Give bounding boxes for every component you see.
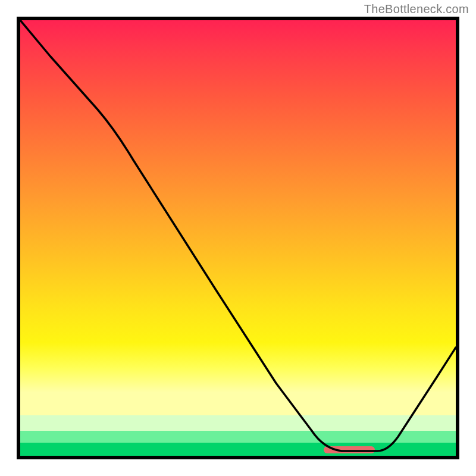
green-band — [20, 443, 456, 456]
pale-green-band — [20, 415, 456, 431]
cream-band — [20, 393, 456, 415]
optimal-zone-marker — [324, 446, 375, 453]
gradient-background — [20, 20, 456, 456]
attribution-text: TheBottleneck.com — [364, 2, 469, 16]
light-green-band — [20, 431, 456, 443]
chart-area — [17, 17, 459, 459]
